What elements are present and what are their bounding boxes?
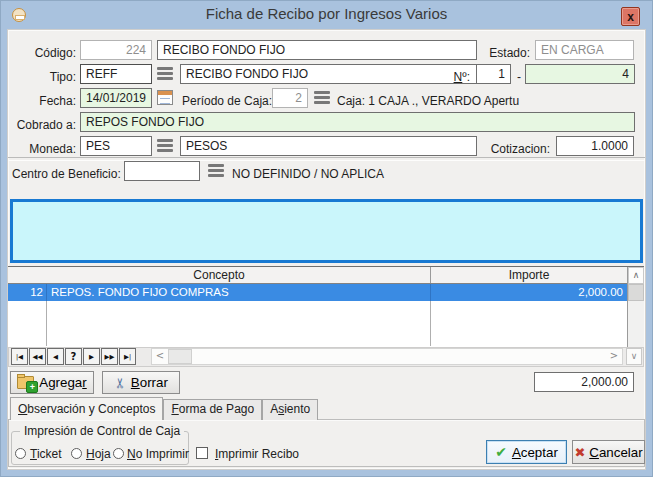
table-row-selected[interactable]: 12 REPOS. FONDO FIJO COMPRAS 2,000.00 xyxy=(8,284,627,301)
fast-forward-button[interactable]: ▶▶ xyxy=(101,348,118,365)
periodo-field[interactable]: 2 xyxy=(272,88,308,108)
tab-observacion-y-conceptos[interactable]: Observación y Conceptos xyxy=(10,397,163,420)
codigo-field: 224 xyxy=(80,40,152,60)
centro-field[interactable] xyxy=(124,161,200,181)
first-record-button[interactable]: |◀ xyxy=(11,348,28,365)
add-folder-icon xyxy=(17,376,34,389)
scroll-right-icon[interactable]: > xyxy=(606,349,622,364)
col-header-importe[interactable]: Importe xyxy=(430,267,627,283)
close-button[interactable]: x xyxy=(621,7,640,26)
conceptos-table: Concepto Importe 12 REPOS. FONDO FIJO CO… xyxy=(8,266,644,347)
numero-field[interactable]: 4 xyxy=(525,64,635,84)
fast-back-button[interactable]: ◀◀ xyxy=(29,348,46,365)
moneda-field[interactable]: PES xyxy=(80,136,152,156)
radio-hoja-label[interactable]: Hoja xyxy=(86,446,111,462)
grid-line xyxy=(430,301,431,346)
caja-text: Caja: 1 CAJA ., VERARDO Apertu xyxy=(337,91,519,111)
total-field[interactable]: 2,000.00 xyxy=(534,372,634,392)
radio-ticket[interactable] xyxy=(15,448,26,459)
tipo-label: Tipo: xyxy=(6,67,76,87)
hscroll-thumb[interactable] xyxy=(168,349,192,364)
numero-label: Nº: xyxy=(438,67,470,87)
codigo-desc-field[interactable]: RECIBO FONDO FIJO xyxy=(157,40,477,60)
centro-lookup-icon[interactable] xyxy=(208,164,224,177)
borrar-button[interactable]: ✂ Borrar xyxy=(102,371,180,394)
codigo-label: Código: xyxy=(6,43,76,63)
estado-label: Estado: xyxy=(480,43,530,63)
borrar-label: Borrar xyxy=(131,375,168,390)
radio-ticket-label[interactable]: Ticket xyxy=(30,446,62,462)
tab-bar: Observación y Conceptos Forma de Pago As… xyxy=(10,397,318,420)
moneda-label: Moneda: xyxy=(6,139,76,159)
tipo-field[interactable]: REFF xyxy=(80,64,152,84)
cross-icon: ✖ xyxy=(574,445,585,460)
importe-cell: 2,000.00 xyxy=(430,284,627,301)
calendar-icon[interactable] xyxy=(157,90,173,105)
cobrado-label: Cobrado a: xyxy=(6,115,76,135)
caja-lookup-icon[interactable] xyxy=(314,91,330,104)
tipo-lookup-icon[interactable] xyxy=(157,67,173,80)
table-hscrollbar[interactable]: < > xyxy=(151,348,623,365)
row-number-cell: 12 xyxy=(8,284,46,301)
aceptar-label: Aceptar xyxy=(512,445,558,460)
periodo-label: Período de Caja: xyxy=(182,91,272,111)
imprimir-recibo-label[interactable]: Imprimir Recibo xyxy=(215,446,299,462)
numero-separator: - xyxy=(515,67,523,87)
fecha-label: Fecha: xyxy=(6,91,76,111)
impresion-groupbox-title: Impresión de Control de Caja xyxy=(20,424,184,438)
receipt-dialog: Ficha de Recibo por Ingresos Varios x Có… xyxy=(0,0,653,477)
tab-forma-de-pago[interactable]: Forma de Pago xyxy=(163,399,262,420)
agregar-button[interactable]: Agregar xyxy=(10,371,94,394)
prev-record-button[interactable]: ◀ xyxy=(47,348,64,365)
table-vscrollbar[interactable]: ∧ xyxy=(627,267,644,347)
tipo-desc-field: RECIBO FONDO FIJO xyxy=(180,64,477,84)
fecha-field[interactable]: 14/01/2019 xyxy=(80,88,152,108)
centro-desc: NO DEFINIDO / NO APLICA xyxy=(232,164,384,184)
scroll-down-icon[interactable]: ∨ xyxy=(626,348,642,365)
concepto-cell: REPOS. FONDO FIJO COMPRAS xyxy=(46,284,430,301)
scroll-left-icon[interactable]: < xyxy=(152,349,168,364)
section-divider xyxy=(8,157,645,161)
radio-no-imprimir-label[interactable]: No Imprimir xyxy=(127,446,189,462)
grid-line xyxy=(46,301,47,346)
moneda-lookup-icon[interactable] xyxy=(157,139,173,152)
agregar-label: Agregar xyxy=(39,375,86,390)
estado-field: EN CARGA xyxy=(535,40,634,60)
vscroll-thumb[interactable] xyxy=(628,284,644,301)
centro-label: Centro de Beneficio: xyxy=(12,164,121,184)
next-record-button[interactable]: ▶ xyxy=(83,348,100,365)
cancelar-label: Cancelar xyxy=(589,445,642,460)
col-header-concepto[interactable]: Concepto xyxy=(8,267,430,283)
aceptar-button[interactable]: ✔ Aceptar xyxy=(486,440,567,464)
cotizacion-field[interactable]: 1.0000 xyxy=(556,136,634,156)
scroll-up-icon[interactable]: ∧ xyxy=(628,267,644,284)
window-title: Ficha de Recibo por Ingresos Varios xyxy=(0,5,653,22)
cancelar-button[interactable]: ✖ Cancelar xyxy=(572,440,645,464)
record-navigator: |◀ ◀◀ ◀ ? ▶ ▶▶ ▶| < > ∨ xyxy=(8,347,644,367)
tab-asiento[interactable]: Asiento xyxy=(262,399,318,420)
cotizacion-label: Cotizacion: xyxy=(466,139,550,159)
check-icon: ✔ xyxy=(495,444,507,460)
scissors-icon: ✂ xyxy=(112,377,128,389)
cobrado-field[interactable]: REPOS FONDO FIJO xyxy=(80,112,635,132)
radio-no-imprimir[interactable] xyxy=(113,448,124,459)
numero-serie-field[interactable]: 1 xyxy=(476,64,511,84)
radio-hoja[interactable] xyxy=(71,448,82,459)
moneda-desc-field: PESOS xyxy=(180,136,477,156)
search-record-button[interactable]: ? xyxy=(65,348,82,365)
observaciones-textarea[interactable] xyxy=(10,199,643,263)
last-record-button[interactable]: ▶| xyxy=(119,348,136,365)
imprimir-recibo-checkbox[interactable] xyxy=(196,447,208,459)
table-header: Concepto Importe xyxy=(8,267,627,284)
